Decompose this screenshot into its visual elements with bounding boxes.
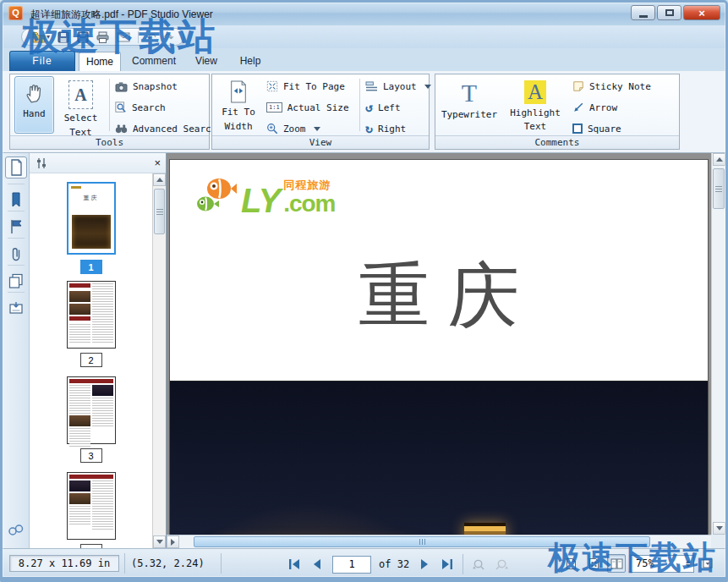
minimize-button[interactable] <box>631 5 655 20</box>
rotate-right-button[interactable]: ↻ Right <box>365 120 406 137</box>
thumbnail-page-4[interactable] <box>67 472 116 540</box>
print-button[interactable] <box>96 31 109 43</box>
group-label-comments: Comments <box>435 135 679 149</box>
pdf-page: LY 同程旅游 .com 重庆 <box>169 159 709 548</box>
typewriter-button[interactable]: T Typewriter <box>441 76 498 134</box>
page-number-input[interactable] <box>332 556 371 574</box>
fit-to-page-button[interactable]: Fit To Page <box>266 78 345 95</box>
close-icon: × <box>698 8 705 19</box>
hand-tool-button[interactable]: Hand <box>14 76 54 134</box>
triangle-up-icon <box>716 157 723 162</box>
quick-access-toolbar: ▾ ↶ ↷ <box>21 28 184 46</box>
scroll-down-button[interactable] <box>153 535 166 548</box>
fish-logo-icon <box>194 175 238 214</box>
title-bar: Q 超详细旅游攻略.pdf - PDF Studio Viewer × <box>0 0 728 25</box>
link-tool-button[interactable] <box>5 519 27 541</box>
night-cityscape-photo <box>170 381 708 548</box>
group-label-view: View <box>212 135 429 149</box>
first-page-button[interactable] <box>287 556 302 573</box>
layout-button[interactable]: Layout <box>365 78 431 95</box>
tab-file[interactable]: File <box>9 51 75 71</box>
thumbnail-label-1: 1 <box>80 260 102 274</box>
open-dropdown-caret: ▾ <box>47 33 50 41</box>
signatures-panel-button[interactable] <box>5 297 27 319</box>
panel-close-button[interactable]: × <box>154 157 161 168</box>
vertical-scrollbar[interactable] <box>711 153 725 535</box>
square-annotation-button[interactable]: Square <box>572 120 621 137</box>
tab-comment[interactable]: Comment <box>126 52 182 71</box>
tab-home[interactable]: Home <box>79 52 121 71</box>
thumbnail-page-3[interactable] <box>67 376 116 444</box>
sticky-note-icon <box>572 80 584 92</box>
redo-button[interactable]: ↷ <box>164 31 174 43</box>
highlight-text-icon: A <box>524 80 546 104</box>
previous-page-icon <box>313 559 321 569</box>
close-button[interactable]: × <box>683 5 720 20</box>
rotate-left-icon: ↺ <box>365 102 373 114</box>
highlight-text-button[interactable]: A Highlight Text <box>505 76 566 134</box>
open-folder-icon <box>32 31 46 43</box>
pages-panel-button[interactable] <box>5 156 27 178</box>
scroll-up-button[interactable] <box>713 153 725 166</box>
destinations-panel-button[interactable] <box>5 216 27 238</box>
square-icon <box>572 124 583 134</box>
layers-panel-button[interactable] <box>5 270 27 292</box>
undo-button[interactable]: ↶ <box>146 31 156 43</box>
facing-layout-button[interactable] <box>607 554 626 573</box>
maximize-icon <box>665 9 674 16</box>
previous-page-button[interactable] <box>309 556 325 573</box>
last-page-icon <box>441 559 453 569</box>
arrow-annotation-button[interactable]: Arrow <box>572 99 617 116</box>
select-text-button[interactable]: A Select Text <box>57 76 104 134</box>
group-comments: T Typewriter A Highlight Text Sticky Not… <box>435 74 680 150</box>
actual-size-button[interactable]: 1:1 Actual Size <box>266 99 349 116</box>
search-icon <box>115 102 127 113</box>
last-page-button[interactable] <box>440 556 455 573</box>
vertical-scroll-thumb[interactable] <box>713 168 725 209</box>
email-button[interactable] <box>117 32 130 42</box>
save-as-button[interactable] <box>77 31 89 43</box>
bookmarks-panel-button[interactable] <box>5 189 27 211</box>
next-view-button[interactable] <box>494 556 509 573</box>
rotate-left-button[interactable]: ↺ Left <box>365 99 401 116</box>
thumbnail-page-2[interactable] <box>67 281 116 349</box>
thumbnails-scrollbar[interactable] <box>152 173 166 548</box>
save-button[interactable] <box>57 31 69 43</box>
arrow-icon <box>572 102 584 113</box>
horizontal-scroll-thumb[interactable] <box>194 536 650 547</box>
group-view: Fit To Width Fit To Page 1:1 Actual Size… <box>211 74 430 150</box>
nav-separator <box>463 554 463 574</box>
next-page-button[interactable] <box>417 556 432 573</box>
search-button[interactable]: Search <box>115 99 166 116</box>
panel-options-icon[interactable] <box>35 157 48 169</box>
zoom-button[interactable]: Zoom <box>266 120 320 137</box>
open-file-button[interactable]: ▾ <box>32 31 50 43</box>
scroll-right-button[interactable] <box>167 535 179 548</box>
tab-help[interactable]: Help <box>231 52 270 71</box>
scroll-down-button[interactable] <box>713 522 725 535</box>
previous-view-button[interactable] <box>471 556 486 573</box>
snapshot-button[interactable]: Snapshot <box>115 78 178 95</box>
undo-icon: ↶ <box>146 31 156 43</box>
single-page-layout-button[interactable] <box>561 554 580 573</box>
advanced-search-button[interactable]: Advanced Search <box>115 120 216 137</box>
view-controls: 75% <box>561 554 717 573</box>
sticky-note-button[interactable]: Sticky Note <box>572 78 651 95</box>
thumbnails-panel: × 重庆 1 2 3 <box>30 153 167 548</box>
horizontal-scrollbar[interactable] <box>167 535 711 548</box>
layers-icon <box>8 273 24 288</box>
tab-view[interactable]: View <box>187 52 226 71</box>
attachments-panel-button[interactable] <box>5 243 27 265</box>
lycom-logo: LY 同程旅游 .com <box>194 175 336 214</box>
thumbnail-page-1[interactable]: 重庆 <box>67 182 116 255</box>
zoom-level-combo[interactable]: 75% <box>630 555 694 573</box>
pages-icon <box>8 159 24 176</box>
zoom-spinner[interactable] <box>686 560 691 568</box>
scrollbar-thumb[interactable] <box>154 189 165 234</box>
maximize-button[interactable] <box>657 5 681 20</box>
continuous-layout-button[interactable] <box>584 554 603 573</box>
fit-to-width-button[interactable]: Fit To Width <box>216 76 260 134</box>
scroll-up-button[interactable] <box>153 173 166 186</box>
logo-ly-text: LY <box>241 187 280 214</box>
zoom-menu-button[interactable] <box>698 554 717 573</box>
